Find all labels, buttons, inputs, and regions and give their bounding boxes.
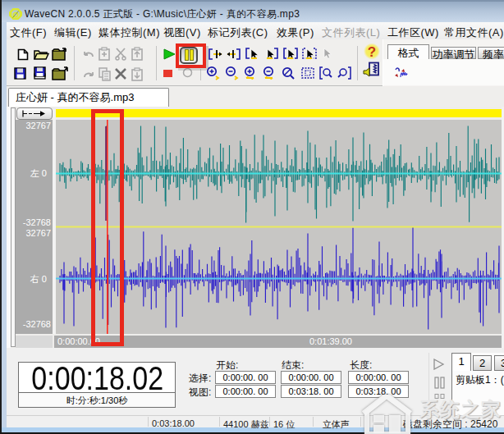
svg-text:?: ?	[368, 44, 376, 60]
